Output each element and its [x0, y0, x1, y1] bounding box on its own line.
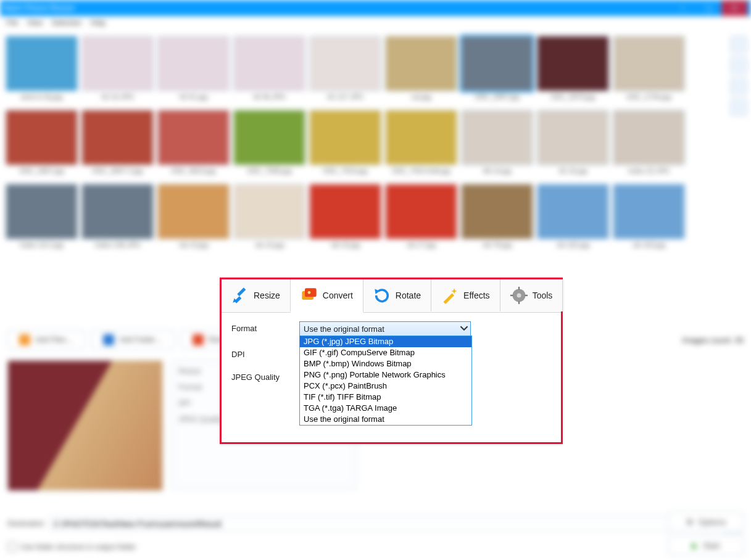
svg-point-4 — [517, 294, 521, 298]
add-folder-button: Add Folder… — [91, 330, 175, 350]
browse-icon — [724, 514, 744, 533]
menu-item: View — [27, 19, 43, 27]
thumbnail: DSC_2734.jpg — [613, 36, 684, 105]
app-title: Batch Picture Resizer — [4, 4, 670, 12]
minimize-icon: — — [670, 0, 695, 16]
tab-label: Effects — [463, 290, 490, 300]
titlebar: Batch Picture Resizer — ▢ ✕ — [0, 0, 751, 16]
format-option[interactable]: Use the original format — [300, 414, 471, 425]
tab-resize[interactable]: Resize — [222, 279, 291, 311]
dpi-label: DPI — [231, 347, 299, 359]
thumbnail: 42-56.JPG — [234, 36, 305, 105]
destination-label: Destination — [7, 519, 44, 528]
tab-label: Resize — [254, 290, 280, 300]
start-button: ▶Start — [668, 535, 744, 555]
thumbnail: vik-15.jpg — [234, 184, 305, 253]
close-icon: ✕ — [721, 0, 747, 16]
add-files-button: Add Files… — [7, 330, 85, 350]
svg-rect-8 — [525, 295, 528, 296]
svg-rect-5 — [518, 287, 519, 290]
preview-pane — [7, 360, 163, 491]
tab-label: Tools — [533, 290, 553, 300]
format-option[interactable]: BMP (*.bmp) Windows Bitmap — [300, 358, 471, 369]
thumbnail: vik-17.jpg — [386, 184, 457, 253]
view-sidebar — [730, 36, 746, 116]
resize-icon — [231, 287, 249, 304]
convert-form: Format Use the original format JPG (*.jp… — [222, 313, 561, 390]
operation-tabs: Resize Convert Rotate Effects Tools — [222, 279, 561, 313]
menu-item: File — [6, 19, 18, 27]
convert-icon — [301, 287, 318, 304]
thumbnail: DSC_7930.jpg — [234, 110, 305, 179]
menubar: File View Selection Help — [0, 16, 751, 30]
thumbnail: vik-103.jpg — [613, 184, 684, 253]
thumbnail: vik-13.jpg — [158, 184, 229, 253]
format-label: Format — [231, 321, 299, 333]
thumbnail: cat.jpg — [386, 36, 457, 105]
thumbnail: 42-51.jpg — [158, 36, 229, 105]
rotate-icon — [373, 287, 391, 304]
thumbnail: 42-127.JPG — [310, 36, 381, 105]
format-selected[interactable]: Use the original format — [299, 321, 471, 336]
convert-panel: Resize Convert Rotate Effects Tools Form… — [220, 278, 563, 444]
destination-input — [49, 516, 719, 531]
thumbnail: 42-16.JPG — [82, 36, 153, 105]
thumbnail: DSC_2678.jpg — [537, 36, 608, 105]
thumbnail: vik-15.jpg — [310, 184, 381, 253]
format-option[interactable]: TGA (*.tga) TARGA Image — [300, 403, 471, 414]
svg-point-2 — [307, 291, 310, 294]
tools-icon — [510, 287, 528, 304]
effects-icon — [441, 287, 458, 304]
tab-rotate[interactable]: Rotate — [363, 279, 431, 311]
thumbnail: DSC_2607-2.jpg — [82, 110, 153, 179]
svg-rect-6 — [518, 301, 519, 304]
jpeg-quality-label: JPEG Quality — [231, 370, 299, 382]
format-option[interactable]: TIF (*.tif) TIFF Bitmap — [300, 392, 471, 403]
thumbnail: vik-76.jpg — [462, 184, 533, 253]
format-option[interactable]: PNG (*.png) Portable Network Graphics — [300, 369, 471, 381]
thumbnail: stork-in-fly.jpg — [6, 36, 77, 105]
thumbnail: Index-10-2.jpg — [6, 184, 77, 253]
format-dropdown[interactable]: JPG (*.jpg) JPEG BitmapGIF (*.gif) Compu… — [299, 336, 472, 426]
folder-structure-checkbox: Use folder structure in output folder — [7, 542, 136, 551]
destination-row: Destination — [7, 516, 744, 532]
thumbnail: DSC_7915-Edit.jpg — [386, 110, 457, 179]
svg-rect-7 — [510, 295, 513, 296]
tab-label: Rotate — [396, 290, 421, 300]
tab-effects[interactable]: Effects — [431, 279, 500, 311]
thumbnail: Index-136.JPG — [82, 184, 153, 253]
thumbnail: DSC_2097.jpg — [462, 36, 533, 105]
thumbnail: DSC_7915.jpg — [310, 110, 381, 179]
thumbnail: index-22.JPG — [613, 110, 684, 179]
images-count: Images count: 30 — [682, 336, 744, 345]
options-button: ⚙Options — [668, 512, 744, 532]
menu-item: Help — [91, 19, 106, 27]
format-option[interactable]: PCX (*.pcx) PaintBrush — [300, 381, 471, 392]
tab-label: Convert — [323, 290, 353, 300]
thumbnail: 48-14.jpg — [462, 110, 533, 179]
format-option[interactable]: GIF (*.gif) CompuServe Bitmap — [300, 347, 471, 358]
thumbnail: DSC_2607.jpg — [6, 110, 77, 179]
thumbnail: DSC_9623.jpg — [158, 110, 229, 179]
thumbnail: vik-102.jpg — [537, 184, 608, 253]
thumbnail: 42-16.jpg — [537, 110, 608, 179]
tab-tools[interactable]: Tools — [500, 279, 563, 311]
format-combobox[interactable]: Use the original format JPG (*.jpg) JPEG… — [299, 321, 471, 336]
tab-convert[interactable]: Convert — [291, 279, 363, 313]
svg-rect-1 — [305, 288, 317, 297]
format-option[interactable]: JPG (*.jpg) JPEG Bitmap — [300, 336, 471, 347]
maximize-icon: ▢ — [695, 0, 721, 16]
menu-item: Selection — [51, 19, 81, 27]
